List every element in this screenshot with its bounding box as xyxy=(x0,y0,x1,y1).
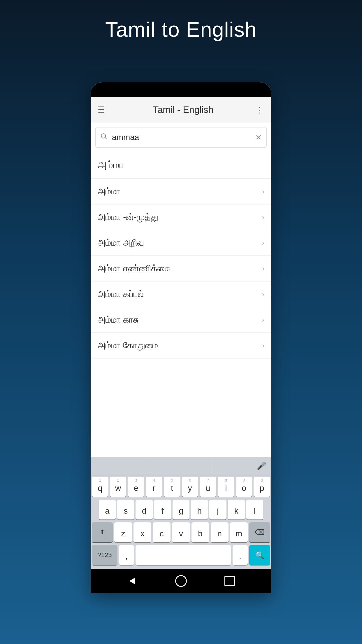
key-g[interactable]: g xyxy=(173,500,189,519)
svg-marker-2 xyxy=(129,578,135,584)
space-key[interactable] xyxy=(136,545,231,565)
result-text: அம்மா காசு xyxy=(98,315,262,325)
num-key[interactable]: ?123 xyxy=(92,545,117,565)
key-z[interactable]: z xyxy=(114,522,132,542)
result-item[interactable]: அம்மா -ன்-முத்து › xyxy=(91,204,271,230)
result-item[interactable]: அம்மா › xyxy=(91,179,271,204)
key-label: w xyxy=(115,484,121,492)
key-j[interactable]: j xyxy=(209,500,226,519)
key-label: z xyxy=(121,530,125,538)
result-item[interactable]: அம்மா கப்பல் › xyxy=(91,281,271,307)
result-item[interactable]: அம்மா கோதுமை › xyxy=(91,333,271,358)
period-key[interactable]: . xyxy=(233,545,248,565)
key-o[interactable]: 9o xyxy=(236,477,252,497)
result-item[interactable]: அம்மா அறிவு › xyxy=(91,230,271,256)
key-label: o xyxy=(242,484,246,492)
key-q[interactable]: 1q xyxy=(92,477,108,497)
key-c[interactable]: c xyxy=(153,522,171,542)
key-label: m xyxy=(236,530,242,538)
key-number: 2 xyxy=(117,478,119,482)
keyboard-row-1: 1q2w3e4r5t6y7u8i9o0p xyxy=(91,475,271,498)
results-list: அம்மா › அம்மா -ன்-முத்து › அம்மா அறிவு ›… xyxy=(91,179,271,457)
home-button[interactable] xyxy=(174,574,188,588)
key-label: b xyxy=(198,530,203,538)
key-label: h xyxy=(197,507,202,515)
keyboard-row-3: ⬆zxcvbnm⌫ xyxy=(91,521,271,544)
key-label: c xyxy=(160,530,164,538)
chevron-right-icon: › xyxy=(262,342,264,350)
shift-icon: ⬆ xyxy=(100,529,105,536)
key-number: 5 xyxy=(171,478,173,482)
search-key[interactable]: 🔍 xyxy=(249,545,270,565)
key-d[interactable]: d xyxy=(136,500,152,519)
result-item[interactable]: அம்மா காசு › xyxy=(91,307,271,333)
chevron-right-icon: › xyxy=(262,213,264,221)
key-s[interactable]: s xyxy=(117,500,134,519)
key-t[interactable]: 5t xyxy=(164,477,180,497)
key-label: e xyxy=(134,484,138,492)
key-r[interactable]: 4r xyxy=(146,477,162,497)
key-u[interactable]: 7u xyxy=(200,477,216,497)
result-text: அம்மா கப்பல் xyxy=(98,289,262,299)
menu-icon[interactable]: ☰ xyxy=(98,106,105,114)
key-label: d xyxy=(142,507,147,515)
key-label: g xyxy=(179,507,183,515)
key-label: v xyxy=(179,530,183,538)
comma-label: , xyxy=(125,552,128,561)
key-label: q xyxy=(98,484,103,492)
key-i[interactable]: 8i xyxy=(218,477,234,497)
key-f[interactable]: f xyxy=(154,500,171,519)
key-label: j xyxy=(217,507,219,515)
key-number: 3 xyxy=(135,478,137,482)
keyboard-suggest-row: 🎤 xyxy=(91,457,271,475)
result-text: அம்மா எண்ணிக்கை xyxy=(98,263,262,274)
svg-line-1 xyxy=(105,137,107,139)
app-title: Tamil - English xyxy=(111,104,256,115)
suggest-divider-2 xyxy=(211,460,211,472)
recents-button[interactable] xyxy=(222,574,237,588)
result-item[interactable]: அம்மா எண்ணிக்கை › xyxy=(91,256,271,281)
search-bar[interactable]: ammaa ✕ xyxy=(95,127,267,148)
key-p[interactable]: 0p xyxy=(254,477,270,497)
key-y[interactable]: 6y xyxy=(182,477,198,497)
backspace-key[interactable]: ⌫ xyxy=(249,522,270,542)
key-x[interactable]: x xyxy=(133,522,151,542)
key-h[interactable]: h xyxy=(191,500,208,519)
search-input[interactable]: ammaa xyxy=(112,133,255,142)
result-text: அம்மா கோதுமை xyxy=(98,340,262,351)
num-label: ?123 xyxy=(98,552,112,558)
key-number: 0 xyxy=(261,478,263,482)
key-e[interactable]: 3e xyxy=(128,477,144,497)
key-label: l xyxy=(254,507,256,515)
key-b[interactable]: b xyxy=(191,522,209,542)
more-icon[interactable]: ⋮ xyxy=(256,105,264,115)
key-number: 6 xyxy=(189,478,191,482)
result-text: அம்மா xyxy=(98,186,262,197)
suggest-divider-1 xyxy=(151,460,151,472)
key-label: n xyxy=(217,530,222,538)
key-k[interactable]: k xyxy=(228,500,245,519)
key-label: p xyxy=(260,484,264,492)
key-number: 7 xyxy=(207,478,209,482)
backspace-icon: ⌫ xyxy=(255,529,265,536)
result-text: அம்மா -ன்-முத்து xyxy=(98,212,262,222)
key-m[interactable]: m xyxy=(230,522,248,542)
key-n[interactable]: n xyxy=(211,522,229,542)
key-label: s xyxy=(124,507,128,515)
shift-key[interactable]: ⬆ xyxy=(92,522,113,542)
key-v[interactable]: v xyxy=(172,522,190,542)
key-w[interactable]: 2w xyxy=(110,477,126,497)
status-bar xyxy=(91,82,271,97)
key-number: 4 xyxy=(153,478,155,482)
key-l[interactable]: l xyxy=(246,500,263,519)
key-number: 8 xyxy=(225,478,227,482)
search-key-icon: 🔍 xyxy=(255,551,264,560)
home-circle xyxy=(175,575,187,587)
key-a[interactable]: a xyxy=(99,500,116,519)
comma-key[interactable]: , xyxy=(119,545,134,565)
chevron-right-icon: › xyxy=(262,265,264,273)
chevron-right-icon: › xyxy=(262,188,264,196)
clear-icon[interactable]: ✕ xyxy=(255,133,262,142)
back-button[interactable] xyxy=(125,574,140,588)
mic-icon[interactable]: 🎤 xyxy=(257,461,266,470)
